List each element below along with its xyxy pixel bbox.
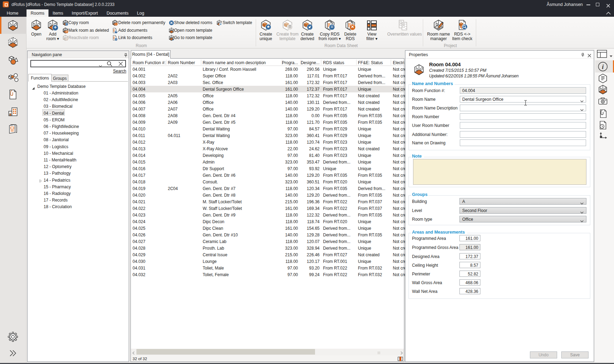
svg-text:∞: ∞ xyxy=(115,38,117,40)
svg-text:=: = xyxy=(289,24,291,29)
svg-text:✕: ✕ xyxy=(66,30,68,32)
svg-text:i: i xyxy=(602,63,604,70)
svg-text:★: ★ xyxy=(267,25,270,29)
svg-text:=: = xyxy=(331,24,334,29)
svg-text:⟳: ⟳ xyxy=(66,38,68,40)
svg-text:—: — xyxy=(115,23,117,25)
svg-text:+: + xyxy=(115,30,117,33)
svg-text:+: + xyxy=(54,24,57,30)
svg-text:⇄: ⇄ xyxy=(219,23,222,25)
svg-text:✕: ✕ xyxy=(351,24,354,29)
svg-text:=: = xyxy=(66,22,67,25)
